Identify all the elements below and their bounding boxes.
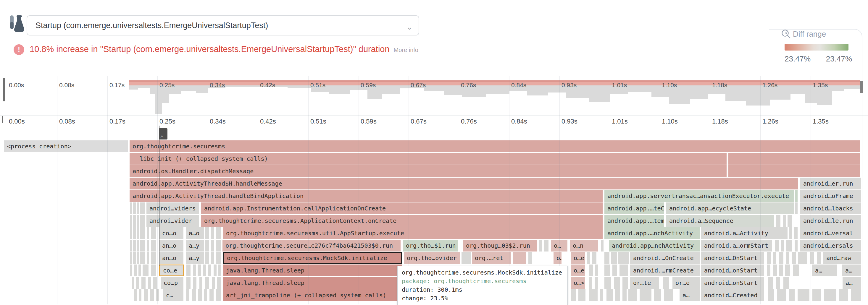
- flame-frame[interactable]: a…: [680, 289, 700, 301]
- flame-frame[interactable]: [133, 252, 136, 264]
- flame-frame[interactable]: androi…viders: [147, 202, 199, 214]
- flame-frame[interactable]: android.app.ActivityThread.handleBindApp…: [130, 190, 602, 202]
- flame-frame[interactable]: [147, 227, 149, 239]
- flame-frame[interactable]: java.lang.Thread.sleep: [223, 277, 402, 289]
- flame-frame[interactable]: [211, 227, 214, 239]
- flame-frame[interactable]: [130, 265, 132, 276]
- flame-frame[interactable]: [139, 289, 142, 301]
- flame-frame[interactable]: [186, 289, 189, 301]
- flame-frame[interactable]: [775, 240, 779, 251]
- flame-frame[interactable]: android.os.Handler.dispatchMessage: [130, 165, 726, 177]
- flame-frame[interactable]: o…>: [571, 277, 585, 289]
- flame-frame[interactable]: android…versal: [800, 227, 861, 239]
- test-selector-dropdown[interactable]: Startup (com.emerge.universaltests.Emerg…: [27, 15, 419, 35]
- flame-frame[interactable]: [622, 277, 628, 289]
- flame-frame[interactable]: [210, 289, 214, 301]
- flame-frame[interactable]: android…le.run: [800, 215, 861, 227]
- flame-frame[interactable]: [601, 240, 603, 251]
- flame-frame[interactable]: [612, 265, 617, 276]
- flame-frame[interactable]: [592, 252, 596, 264]
- flame-frame[interactable]: [595, 265, 598, 276]
- flame-frame[interactable]: art_jni_trampoline (+ collapsed system c…: [223, 289, 402, 301]
- flame-frame[interactable]: [151, 240, 156, 251]
- flame-frame[interactable]: android…OnStart: [701, 252, 764, 264]
- flame-frame[interactable]: o…e: [571, 252, 585, 264]
- flame-frame[interactable]: [794, 227, 798, 239]
- flame-frame[interactable]: [197, 265, 201, 276]
- flame-frame[interactable]: [133, 202, 136, 214]
- flame-frame[interactable]: android…lbacks: [800, 202, 861, 214]
- flame-frame[interactable]: [571, 289, 576, 301]
- flame-frame[interactable]: [216, 252, 221, 264]
- flame-frame[interactable]: [151, 265, 156, 276]
- flame-frame[interactable]: [140, 252, 145, 264]
- flame-frame[interactable]: [186, 277, 190, 289]
- flame-frame[interactable]: [133, 215, 136, 227]
- flame-frame[interactable]: [137, 227, 139, 239]
- flame-frame[interactable]: [216, 289, 221, 301]
- flame-frame[interactable]: co…e: [159, 265, 184, 276]
- diff-range-gradient[interactable]: [784, 44, 848, 50]
- flame-frame[interactable]: android.…OnCreate: [630, 252, 700, 264]
- flame-frame[interactable]: [783, 277, 789, 289]
- flame-frame[interactable]: or…te: [630, 277, 659, 289]
- flame-frame[interactable]: [798, 289, 809, 301]
- flame-frame[interactable]: [786, 240, 792, 251]
- flame-frame[interactable]: [211, 252, 214, 264]
- flame-frame[interactable]: android.app.…teCallbacks: [604, 202, 664, 214]
- flame-frame[interactable]: [528, 252, 532, 264]
- minimap-left-handle[interactable]: [3, 78, 5, 101]
- flame-frame[interactable]: [138, 265, 141, 276]
- flame-frame[interactable]: [140, 215, 145, 227]
- flame-frame[interactable]: [604, 265, 610, 276]
- flame-frame[interactable]: [781, 240, 784, 251]
- flame-frame[interactable]: [544, 240, 549, 251]
- flame-frame[interactable]: [619, 265, 628, 276]
- flame-frame[interactable]: [192, 289, 196, 301]
- flame-frame[interactable]: [817, 252, 821, 264]
- flame-frame[interactable]: org.thoughtcrime.securesms.util.AppStart…: [223, 227, 602, 239]
- flame-frame[interactable]: [205, 277, 209, 289]
- minimap-right-handle[interactable]: [860, 81, 863, 93]
- flame-frame[interactable]: android.app.…nchActivity: [604, 227, 700, 239]
- flame-frame[interactable]: [214, 265, 217, 276]
- flame-frame[interactable]: [793, 265, 799, 276]
- flame-frame[interactable]: [143, 265, 149, 276]
- flame-frame[interactable]: [205, 240, 209, 251]
- flame-frame[interactable]: [795, 190, 798, 202]
- flame-frame[interactable]: [130, 202, 132, 214]
- flame-frame[interactable]: [768, 289, 774, 301]
- flame-frame[interactable]: org.thoug…03$2.run: [463, 240, 537, 251]
- flame-frame[interactable]: [779, 252, 783, 264]
- flame-frame[interactable]: [789, 289, 795, 301]
- flame-frame[interactable]: [622, 289, 627, 301]
- flame-frame[interactable]: [199, 277, 203, 289]
- flame-frame[interactable]: [218, 265, 221, 276]
- flame-frame[interactable]: [773, 252, 776, 264]
- flame-frame[interactable]: [589, 277, 592, 289]
- ruler-left-handle[interactable]: [2, 116, 3, 123]
- flame-frame[interactable]: c…: [163, 289, 183, 301]
- flame-frame[interactable]: android.app.Instrumentation.callApplicat…: [201, 202, 602, 214]
- flame-frame[interactable]: android.app.ActivityThread$H.handleMessa…: [130, 178, 798, 190]
- flame-frame[interactable]: [133, 227, 136, 239]
- flame-frame[interactable]: [193, 277, 196, 289]
- flame-frame[interactable]: [186, 265, 190, 276]
- flame-frame[interactable]: [130, 215, 132, 227]
- flame-frame[interactable]: or…e: [673, 277, 700, 289]
- flame-frame[interactable]: [595, 277, 598, 289]
- flame-frame[interactable]: android.a…Activity: [701, 227, 787, 239]
- flame-frame[interactable]: [140, 240, 145, 251]
- flame-frame[interactable]: org.tho…$1.run: [403, 240, 458, 251]
- flame-frame[interactable]: [133, 240, 136, 251]
- flame-frame[interactable]: [208, 265, 211, 276]
- flame-frame[interactable]: org.thoughtcrime.securesms: [130, 140, 860, 152]
- flame-frame[interactable]: [795, 202, 798, 214]
- flame-frame[interactable]: [132, 277, 134, 289]
- diff-range-zoom-icon[interactable]: [781, 29, 791, 39]
- flame-frame[interactable]: [198, 289, 202, 301]
- flame-frame[interactable]: [211, 240, 214, 251]
- flame-frame[interactable]: [147, 252, 149, 264]
- flame-frame[interactable]: [144, 289, 148, 301]
- flame-frame[interactable]: [216, 227, 221, 239]
